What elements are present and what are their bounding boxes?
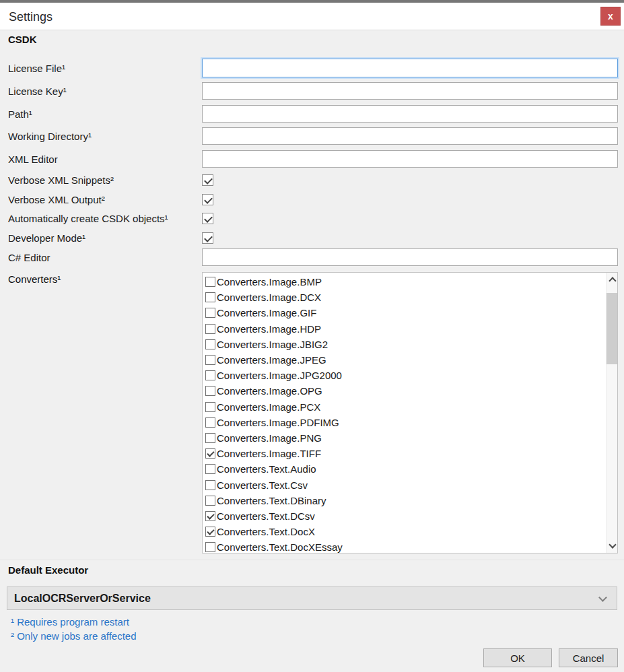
list-item[interactable]: Converters.Image.PDFIMG (203, 415, 606, 430)
list-item[interactable]: Converters.Image.PCX (203, 399, 606, 415)
list-item[interactable]: Converters.Image.OPG (203, 383, 606, 399)
item-label: Converters.Image.PDFIMG (217, 417, 339, 428)
default-executor-value: LocalOCRServerOrService (7, 593, 151, 605)
converters-list-items: Converters.Image.BMP Converters.Image.DC… (203, 274, 606, 553)
list-item[interactable]: Converters.Image.TIFF (203, 446, 606, 461)
list-item[interactable]: Converters.Text.DocX (203, 524, 606, 539)
verbose-xml-snippets-checkbox[interactable] (202, 174, 213, 186)
developer-mode-checkbox[interactable] (202, 232, 213, 244)
item-label: Converters.Text.Audio (217, 463, 316, 475)
scrollbar[interactable] (606, 273, 617, 553)
list-item[interactable]: Converters.Text.Audio (203, 461, 606, 477)
item-checkbox[interactable] (205, 417, 215, 428)
item-label: Converters.Image.HDP (217, 323, 321, 335)
verbose-xml-output-row: Verbose XML Output² (8, 193, 618, 205)
verbose-xml-output-label: Verbose XML Output² (8, 194, 202, 205)
xml-editor-input[interactable] (202, 150, 618, 168)
list-item[interactable]: Converters.Image.GIF (203, 305, 606, 321)
item-checkbox[interactable] (205, 277, 215, 287)
item-label: Converters.Image.PCX (217, 401, 320, 413)
list-item[interactable]: Converters.Image.JBIG2 (203, 337, 606, 352)
cancel-button[interactable]: Cancel (559, 648, 618, 667)
item-label: Converters.Image.GIF (217, 307, 316, 318)
converters-list[interactable]: Converters.Image.BMP Converters.Image.DC… (202, 272, 618, 553)
list-item[interactable]: Converters.Image.PNG (203, 430, 606, 446)
close-icon: x (608, 11, 613, 21)
list-item[interactable]: Converters.Text.DCsv (203, 508, 606, 524)
section-header-csdk: CSDK (8, 34, 37, 45)
scrollbar-thumb[interactable] (606, 293, 618, 364)
list-item[interactable]: Converters.Image.DCX (203, 290, 606, 305)
working-directory-label: Working Directory¹ (8, 131, 202, 142)
item-label: Converters.Image.JPEG (217, 354, 326, 366)
item-checkbox[interactable] (205, 542, 215, 552)
item-label: Converters.Text.DCsv (217, 510, 315, 522)
ok-button[interactable]: OK (483, 648, 552, 667)
item-label: Converters.Text.DocXEssay (217, 541, 343, 553)
item-label: Converters.Image.PNG (217, 432, 322, 444)
item-label: Converters.Image.JBIG2 (217, 339, 328, 350)
item-checkbox[interactable] (205, 292, 215, 302)
scroll-down-button[interactable] (606, 540, 618, 551)
item-checkbox[interactable] (205, 480, 215, 490)
window-title: Settings (9, 10, 53, 24)
item-checkbox[interactable] (205, 308, 215, 318)
chevron-down-icon (598, 593, 607, 602)
xml-editor-row: XML Editor (8, 150, 618, 168)
item-checkbox[interactable] (205, 402, 215, 412)
item-checkbox[interactable] (205, 464, 215, 474)
item-checkbox[interactable] (205, 511, 215, 521)
csharp-editor-row: C# Editor (8, 248, 618, 266)
csharp-editor-label: C# Editor (8, 252, 202, 263)
verbose-xml-snippets-label: Verbose XML Snippets² (8, 174, 202, 186)
footnote-new-jobs: ² Only new jobs are affected (11, 630, 137, 642)
item-checkbox[interactable] (205, 496, 215, 506)
verbose-xml-output-checkbox[interactable] (202, 194, 213, 205)
item-checkbox[interactable] (205, 370, 215, 380)
license-key-input[interactable] (202, 82, 618, 100)
list-item[interactable]: Converters.Image.JPG2000 (203, 368, 606, 383)
list-item[interactable]: Converters.Text.DBinary (203, 493, 606, 508)
license-file-row: License File¹ (8, 59, 618, 77)
working-directory-input[interactable] (202, 127, 618, 145)
list-item[interactable]: Converters.Image.BMP (203, 274, 606, 290)
item-checkbox[interactable] (205, 433, 215, 443)
license-key-label: License Key¹ (8, 86, 202, 97)
item-label: Converters.Text.Csv (217, 479, 308, 491)
developer-mode-row: Developer Mode¹ (8, 232, 618, 244)
item-label: Converters.Image.OPG (217, 385, 322, 397)
item-checkbox[interactable] (205, 324, 215, 334)
item-label: Converters.Text.DocX (217, 526, 315, 537)
item-label: Converters.Image.DCX (217, 292, 321, 303)
section-divider (0, 560, 624, 560)
list-item[interactable]: Converters.Image.HDP (203, 321, 606, 337)
list-item[interactable]: Converters.Text.DocXEssay (203, 539, 606, 553)
developer-mode-label: Developer Mode¹ (8, 232, 202, 244)
scroll-up-button[interactable] (606, 274, 618, 285)
license-file-input[interactable] (202, 59, 618, 77)
item-checkbox[interactable] (205, 339, 215, 349)
item-checkbox[interactable] (205, 386, 215, 396)
item-label: Converters.Image.BMP (217, 276, 322, 288)
path-label: Path¹ (8, 108, 202, 120)
item-label: Converters.Image.JPG2000 (217, 370, 342, 381)
close-button[interactable]: x (600, 7, 621, 26)
list-item[interactable]: Converters.Image.JPEG (203, 352, 606, 368)
csharp-editor-input[interactable] (202, 248, 618, 266)
item-label: Converters.Text.DBinary (217, 495, 326, 506)
auto-create-csdk-label: Automatically create CSDK objects¹ (8, 213, 202, 224)
list-item[interactable]: Converters.Text.Csv (203, 477, 606, 492)
license-file-label: License File¹ (8, 63, 202, 74)
working-directory-row: Working Directory¹ (8, 127, 618, 145)
default-executor-dropdown[interactable]: LocalOCRServerOrService (7, 586, 617, 610)
title-bar: Settings x (0, 0, 624, 30)
license-key-row: License Key¹ (8, 82, 618, 100)
auto-create-csdk-checkbox[interactable] (202, 213, 213, 224)
path-row: Path¹ (8, 105, 618, 123)
item-label: Converters.Image.TIFF (217, 448, 321, 459)
item-checkbox[interactable] (205, 355, 215, 365)
footnote-restart: ¹ Requires program restart (11, 616, 129, 628)
path-input[interactable] (202, 105, 618, 123)
item-checkbox[interactable] (205, 448, 215, 459)
item-checkbox[interactable] (205, 527, 215, 537)
